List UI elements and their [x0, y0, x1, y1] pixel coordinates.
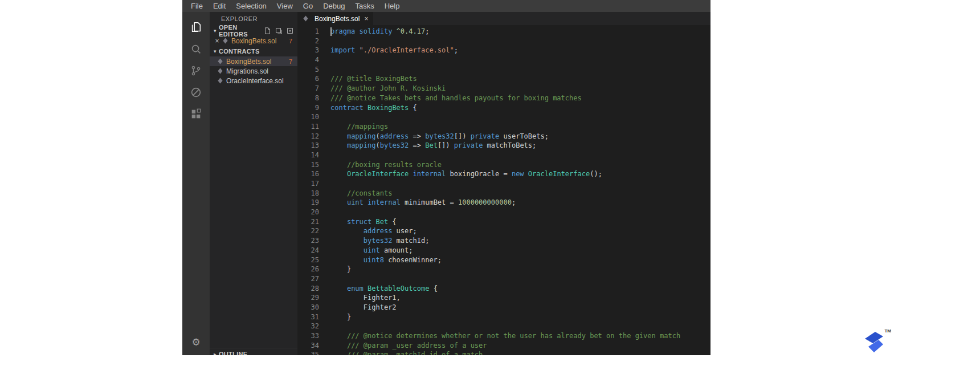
line-content: /// @param _user address of a user: [319, 341, 487, 351]
save-all-icon[interactable]: [275, 27, 283, 35]
code-line[interactable]: 19 uint internal minimumBet = 1000000000…: [297, 198, 710, 208]
line-content: /// @param _matchId id of a match: [319, 350, 483, 355]
code-line[interactable]: 13 mapping(bytes32 => Bet[]) private mat…: [297, 141, 710, 151]
menu-item-edit[interactable]: Edit: [208, 0, 231, 12]
code-line[interactable]: 34 /// @param _user address of a user: [297, 341, 710, 351]
line-content: //constants: [319, 189, 392, 198]
search-icon[interactable]: [182, 38, 210, 60]
new-untitled-file-icon[interactable]: [263, 27, 271, 35]
line-number: 14: [297, 151, 319, 160]
line-number: 16: [297, 169, 319, 179]
line-number: 11: [297, 122, 319, 132]
code-line[interactable]: 28 enum BettableOutcome {: [297, 284, 710, 294]
code-line[interactable]: 22 address user;: [297, 226, 710, 236]
line-content: address user;: [319, 226, 417, 236]
code-line[interactable]: 4: [297, 55, 710, 65]
file-name: BoxingBets.sol: [226, 58, 271, 66]
extensions-icon[interactable]: [182, 103, 210, 125]
open-editors-header[interactable]: ▾ OPEN EDITORS: [210, 25, 297, 36]
code-line[interactable]: 23 bytes32 matchId;: [297, 236, 710, 246]
settings-gear-icon[interactable]: ⚙: [182, 331, 210, 353]
menu-item-help[interactable]: Help: [379, 0, 405, 12]
line-content: /// @author John R. Kosinski: [319, 84, 446, 94]
menu-item-file[interactable]: File: [186, 0, 208, 12]
close-all-editors-icon[interactable]: [286, 27, 294, 35]
menu-item-view[interactable]: View: [272, 0, 298, 12]
code-line[interactable]: 24 uint amount;: [297, 246, 710, 255]
code-line[interactable]: 17: [297, 179, 710, 189]
tab-boxingbets[interactable]: BoxingBets.sol ×: [297, 12, 373, 25]
code-line[interactable]: 35 /// @param _matchId id of a match: [297, 350, 710, 355]
open-editor-item[interactable]: ×BoxingBets.sol7: [210, 36, 297, 46]
code-line[interactable]: 7/// @author John R. Kosinski: [297, 84, 710, 94]
line-number: 5: [297, 65, 319, 75]
file-tree-item[interactable]: OracleInterface.sol: [210, 76, 297, 86]
chevron-right-icon: ▸: [211, 351, 219, 356]
window-body: ⚙ EXPLORER ▾ OPEN EDITORS ×BoxingBets.so…: [182, 12, 710, 355]
line-content: mapping(bytes32 => Bet[]) private matchT…: [319, 141, 536, 151]
line-number: 7: [297, 84, 319, 94]
line-content: [319, 36, 330, 46]
code-line[interactable]: 3import "./OracleInterface.sol";: [297, 46, 710, 55]
code-line[interactable]: 21 struct Bet {: [297, 217, 710, 227]
problems-badge: 7: [289, 58, 292, 65]
source-control-icon[interactable]: [182, 60, 210, 82]
code-line[interactable]: 26 }: [297, 265, 710, 274]
code-line[interactable]: 5: [297, 65, 710, 75]
code-line[interactable]: 27: [297, 274, 710, 284]
line-content: /// @notice determines whether or not th…: [319, 331, 680, 341]
code-line[interactable]: 1pragma solidity ^0.4.17;: [297, 27, 710, 36]
code-line[interactable]: 9contract BoxingBets {: [297, 103, 710, 113]
code-line[interactable]: 12 mapping(address => bytes32[]) private…: [297, 132, 710, 141]
code-line[interactable]: 32: [297, 322, 710, 331]
line-number: 8: [297, 94, 319, 103]
code-line[interactable]: 2: [297, 36, 710, 46]
line-number: 13: [297, 141, 319, 151]
code-line[interactable]: 18 //constants: [297, 189, 710, 198]
code-line[interactable]: 30 Fighter2: [297, 303, 710, 312]
code-line[interactable]: 25 uint8 chosenWinner;: [297, 255, 710, 265]
tab-bar: BoxingBets.sol ×: [297, 12, 710, 25]
file-name: Migrations.sol: [226, 67, 268, 75]
menu-item-debug[interactable]: Debug: [318, 0, 350, 12]
tab-close-icon[interactable]: ×: [364, 15, 368, 23]
code-line[interactable]: 16 OracleInterface internal boxingOracle…: [297, 169, 710, 179]
line-content: [319, 208, 330, 217]
line-content: }: [319, 312, 351, 322]
line-number: 12: [297, 132, 319, 141]
explorer-icon[interactable]: [182, 17, 210, 38]
menu-item-tasks[interactable]: Tasks: [350, 0, 379, 12]
line-number: 31: [297, 312, 319, 322]
code-line[interactable]: 31 }: [297, 312, 710, 322]
file-tree-item[interactable]: Migrations.sol: [210, 66, 297, 76]
line-content: contract BoxingBets {: [319, 103, 417, 113]
code-line[interactable]: 20: [297, 208, 710, 217]
folder-label: CONTRACTS: [219, 48, 260, 55]
outline-header[interactable]: ▸ OUTLINE: [210, 348, 297, 355]
line-number: 30: [297, 303, 319, 312]
code-line[interactable]: 8/// @notice Takes bets and handles payo…: [297, 94, 710, 103]
file-name: OracleInterface.sol: [226, 77, 284, 85]
menu-item-selection[interactable]: Selection: [231, 0, 271, 12]
code-line[interactable]: 29 Fighter1,: [297, 293, 710, 303]
close-icon[interactable]: ×: [213, 37, 221, 45]
code-line[interactable]: 33 /// @notice determines whether or not…: [297, 331, 710, 341]
code-area[interactable]: 1pragma solidity ^0.4.17;23import "./Ora…: [297, 25, 710, 355]
code-line[interactable]: 15 //boxing results oracle: [297, 160, 710, 170]
code-line[interactable]: 10: [297, 112, 710, 122]
line-content: }: [319, 265, 351, 274]
solidity-file-icon: [217, 58, 223, 64]
line-content: uint8 chosenWinner;: [319, 255, 442, 265]
outline-section[interactable]: ▸ OUTLINE: [210, 348, 297, 355]
line-content: [319, 112, 330, 122]
code-line[interactable]: 6/// @title BoxingBets: [297, 74, 710, 84]
code-line[interactable]: 11 //mappings: [297, 122, 710, 132]
line-content: Fighter2: [319, 303, 397, 312]
file-tree-item[interactable]: BoxingBets.sol7: [210, 56, 297, 66]
toptal-logo: TM: [861, 328, 891, 356]
menu-item-go[interactable]: Go: [298, 0, 318, 12]
folder-header[interactable]: ▾ CONTRACTS: [210, 46, 297, 56]
line-number: 4: [297, 55, 319, 65]
code-line[interactable]: 14: [297, 151, 710, 160]
debug-icon[interactable]: [182, 82, 210, 103]
